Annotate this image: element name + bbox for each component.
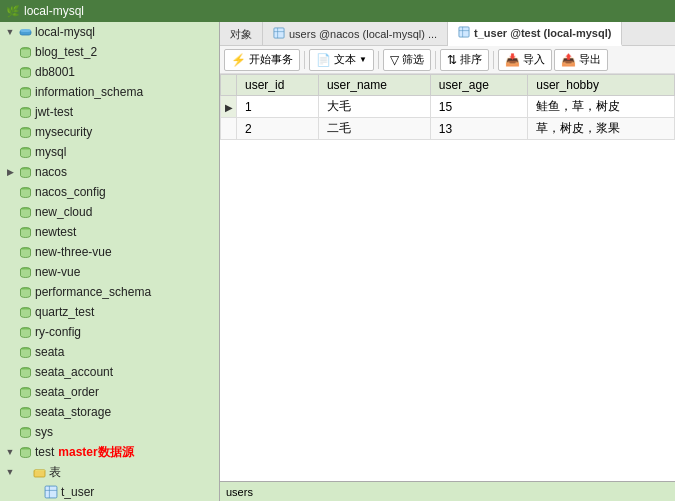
tab-object[interactable]: 对象 — [220, 22, 263, 46]
sidebar-item-nacos[interactable]: ▶ nacos — [0, 162, 219, 182]
sidebar-item-newtest[interactable]: newtest — [0, 222, 219, 242]
db-icon-sys — [18, 425, 32, 439]
cell-1-user_age[interactable]: 15 — [430, 96, 527, 118]
sidebar-item-local-mysql[interactable]: ▼ local-mysql — [0, 22, 219, 42]
sidebar-item-tables-folder[interactable]: ▼ 表 — [0, 462, 219, 482]
svg-rect-33 — [459, 27, 469, 37]
tab-bar: 对象 users @nacos (local-mysql) ... t_user… — [220, 22, 675, 46]
sidebar-label-ry-config: ry-config — [35, 325, 81, 339]
data-table: user_id user_name user_age user_hobby — [220, 74, 675, 140]
table-header-row: user_id user_name user_age user_hobby — [221, 75, 675, 96]
sidebar-item-quartz_test[interactable]: quartz_test — [0, 302, 219, 322]
title-bar-icon: 🌿 — [6, 5, 20, 18]
sort-icon: ⇅ — [447, 53, 457, 67]
table-row[interactable]: ▶ 1 大毛 15 鲑鱼，草，树皮 — [221, 96, 675, 118]
tab-users[interactable]: users @nacos (local-mysql) ... — [263, 22, 448, 46]
col-header-user_name[interactable]: user_name — [318, 75, 430, 96]
export-label: 导出 — [579, 52, 601, 67]
expand-arrow-nacos: ▶ — [4, 166, 16, 178]
cell-1-user_hobby[interactable]: 鲑鱼，草，树皮 — [528, 96, 675, 118]
sidebar-label-seata_storage: seata_storage — [35, 405, 111, 419]
transaction-icon: ⚡ — [231, 53, 246, 67]
sidebar-item-mysql[interactable]: mysql — [0, 142, 219, 162]
sidebar-label-new_cloud: new_cloud — [35, 205, 92, 219]
sidebar-label-mysql: mysql — [35, 145, 66, 159]
sidebar-item-information_schema[interactable]: information_schema — [0, 82, 219, 102]
table-row[interactable]: 2 二毛 13 草，树皮，浆果 — [221, 118, 675, 140]
tab-object-label: 对象 — [230, 27, 252, 42]
sidebar-item-new-three-vue[interactable]: new-three-vue — [0, 242, 219, 262]
col-header-user_id[interactable]: user_id — [237, 75, 319, 96]
table-area: user_id user_name user_age user_hobby — [220, 74, 675, 481]
filter-button[interactable]: ▽ 筛选 — [383, 49, 431, 71]
table-icon-tab-t_user — [458, 26, 470, 40]
sidebar-item-seata_account[interactable]: seata_account — [0, 362, 219, 382]
db-icon-seata — [18, 345, 32, 359]
tab-t_user-label: t_user @test (local-mysql) — [474, 27, 611, 39]
db-icon-db8001 — [18, 65, 32, 79]
db-icon-new-vue — [18, 265, 32, 279]
sidebar-badge-test: master数据源 — [58, 444, 133, 461]
status-bar: users — [220, 481, 675, 501]
sidebar-item-new-vue[interactable]: new-vue — [0, 262, 219, 282]
sidebar-label-new-vue: new-vue — [35, 265, 80, 279]
svg-rect-24 — [45, 486, 57, 498]
export-button[interactable]: 📤 导出 — [554, 49, 608, 71]
cell-1-user_name[interactable]: 大毛 — [318, 96, 430, 118]
filter-label: 筛选 — [402, 52, 424, 67]
import-button[interactable]: 📥 导入 — [498, 49, 552, 71]
db-icon-test — [18, 445, 32, 459]
db-icon-mysql — [18, 145, 32, 159]
col-header-user_age[interactable]: user_age — [430, 75, 527, 96]
sidebar-item-seata[interactable]: seata — [0, 342, 219, 362]
begin-transaction-button[interactable]: ⚡ 开始事务 — [224, 49, 300, 71]
sidebar-item-performance_schema[interactable]: performance_schema — [0, 282, 219, 302]
sidebar-item-t_user[interactable]: t_user — [0, 482, 219, 501]
sidebar-label-local-mysql: local-mysql — [35, 25, 95, 39]
cell-1-user_id[interactable]: 1 — [237, 96, 319, 118]
sidebar-label-nacos_config: nacos_config — [35, 185, 106, 199]
toolbar-sep-4 — [493, 51, 494, 69]
sidebar-label-new-three-vue: new-three-vue — [35, 245, 112, 259]
sidebar: ▼ local-mysql blog_test_2 db8001 — [0, 22, 220, 501]
sidebar-item-seata_order[interactable]: seata_order — [0, 382, 219, 402]
table-icon-tab-users — [273, 27, 285, 41]
cell-2-user_id[interactable]: 2 — [237, 118, 319, 140]
text-icon: 📄 — [316, 53, 331, 67]
sidebar-item-new_cloud[interactable]: new_cloud — [0, 202, 219, 222]
sort-label: 排序 — [460, 52, 482, 67]
header-indicator — [221, 75, 237, 96]
db-icon-information_schema — [18, 85, 32, 99]
sidebar-label-nacos: nacos — [35, 165, 67, 179]
filter-icon: ▽ — [390, 53, 399, 67]
toolbar-sep-1 — [304, 51, 305, 69]
title-bar-text: local-mysql — [24, 4, 84, 18]
sidebar-item-jwt-test[interactable]: jwt-test — [0, 102, 219, 122]
text-button[interactable]: 📄 文本 — [309, 49, 374, 71]
cell-2-user_hobby[interactable]: 草，树皮，浆果 — [528, 118, 675, 140]
col-header-user_hobby[interactable]: user_hobby — [528, 75, 675, 96]
cell-2-user_name[interactable]: 二毛 — [318, 118, 430, 140]
sidebar-item-seata_storage[interactable]: seata_storage — [0, 402, 219, 422]
sidebar-label-information_schema: information_schema — [35, 85, 143, 99]
sidebar-item-mysecurity[interactable]: mysecurity — [0, 122, 219, 142]
svg-point-1 — [20, 29, 31, 32]
sidebar-label-newtest: newtest — [35, 225, 76, 239]
table-icon-t_user — [44, 485, 58, 499]
sidebar-label-blog_test_2: blog_test_2 — [35, 45, 97, 59]
db-icon-new-three-vue — [18, 245, 32, 259]
sidebar-item-sys[interactable]: sys — [0, 422, 219, 442]
tab-t_user[interactable]: t_user @test (local-mysql) — [448, 22, 622, 46]
sidebar-label-seata_order: seata_order — [35, 385, 99, 399]
cell-2-user_age[interactable]: 13 — [430, 118, 527, 140]
sort-button[interactable]: ⇅ 排序 — [440, 49, 489, 71]
sidebar-item-test[interactable]: ▼ test master数据源 — [0, 442, 219, 462]
sidebar-item-ry-config[interactable]: ry-config — [0, 322, 219, 342]
expand-arrow-local-mysql: ▼ — [4, 26, 16, 38]
sidebar-item-db8001[interactable]: db8001 — [0, 62, 219, 82]
toolbar: ⚡ 开始事务 📄 文本 ▽ 筛选 ⇅ 排序 📥 导入 — [220, 46, 675, 74]
toolbar-sep-3 — [435, 51, 436, 69]
sidebar-item-blog_test_2[interactable]: blog_test_2 — [0, 42, 219, 62]
sidebar-item-nacos_config[interactable]: nacos_config — [0, 182, 219, 202]
db-icon-seata_order — [18, 385, 32, 399]
